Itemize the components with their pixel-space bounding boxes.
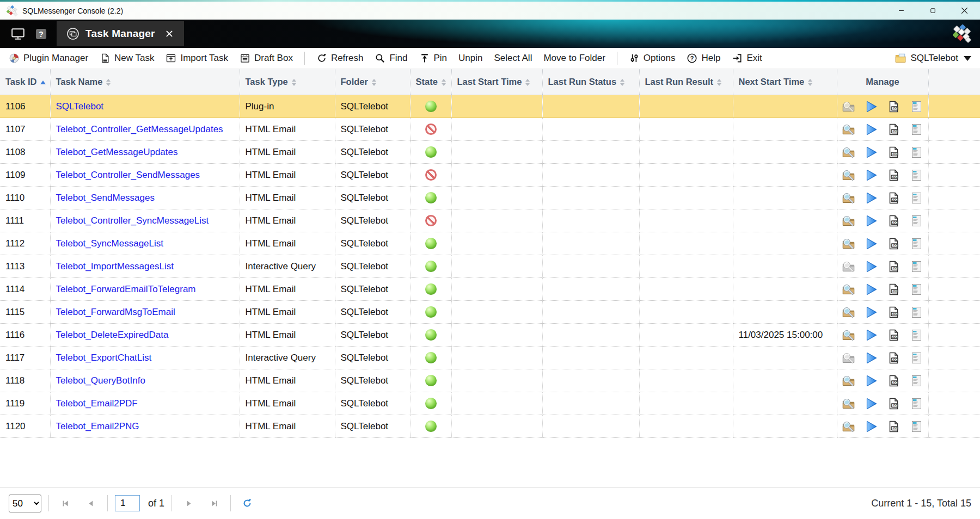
- close-button[interactable]: [948, 2, 980, 20]
- log-file-icon[interactable]: [886, 100, 901, 113]
- view-messages-icon[interactable]: [841, 260, 856, 273]
- task-name-link[interactable]: Telebot_Email2PDF: [56, 398, 138, 409]
- log-file-icon[interactable]: [886, 329, 901, 342]
- view-messages-icon[interactable]: [841, 283, 856, 296]
- report-icon[interactable]: [909, 214, 924, 227]
- view-messages-icon[interactable]: [841, 397, 856, 410]
- first-page-button[interactable]: [56, 495, 75, 511]
- task-name-link[interactable]: Telebot_Email2PNG: [56, 421, 139, 431]
- column-header-last-run-result[interactable]: Last Run Result: [639, 69, 733, 95]
- next-page-button[interactable]: [179, 495, 198, 511]
- select-all-button[interactable]: Select All: [494, 53, 532, 64]
- console-monitor-button[interactable]: [7, 23, 29, 45]
- tab-task-manager[interactable]: Task Manager: [57, 21, 184, 46]
- log-file-icon[interactable]: [886, 397, 901, 410]
- task-name-link[interactable]: Telebot_GetMessageUpdates: [56, 147, 178, 157]
- move-to-folder-button[interactable]: Move to Folder: [543, 53, 605, 64]
- log-file-icon[interactable]: [886, 351, 901, 364]
- find-button[interactable]: Find: [375, 53, 407, 64]
- log-file-icon[interactable]: [886, 214, 901, 227]
- console-help-button[interactable]: [29, 23, 52, 45]
- run-task-icon[interactable]: [864, 123, 879, 136]
- run-task-icon[interactable]: [864, 214, 879, 227]
- page-size-select[interactable]: 50: [9, 495, 41, 512]
- log-file-icon[interactable]: [886, 123, 901, 136]
- task-name-link[interactable]: Telebot_ForwardMsgToEmail: [56, 307, 175, 317]
- report-icon[interactable]: [909, 351, 924, 364]
- report-icon[interactable]: [909, 260, 924, 273]
- log-file-icon[interactable]: [886, 146, 901, 159]
- folder-selector[interactable]: SQLTelebot: [895, 52, 971, 64]
- log-file-icon[interactable]: [886, 169, 901, 182]
- report-icon[interactable]: [909, 397, 924, 410]
- column-header-next-start-time[interactable]: Next Start Time: [733, 69, 837, 95]
- report-icon[interactable]: [909, 283, 924, 296]
- log-file-icon[interactable]: [886, 237, 901, 250]
- minimize-button[interactable]: [885, 2, 917, 20]
- run-task-icon[interactable]: [864, 397, 879, 410]
- task-name-link[interactable]: Telebot_QueryBotInfo: [56, 375, 145, 386]
- options-button[interactable]: Options: [629, 53, 676, 64]
- draft-box-button[interactable]: Draft Box: [240, 53, 293, 64]
- column-header-state[interactable]: State: [410, 69, 451, 95]
- column-header-last-run-status[interactable]: Last Run Status: [542, 69, 639, 95]
- task-name-link[interactable]: Telebot_ImportMessagesList: [56, 261, 174, 271]
- task-name-link[interactable]: Telebot_ForwardEmailToTelegram: [56, 284, 196, 294]
- report-icon[interactable]: [909, 420, 924, 433]
- view-messages-icon[interactable]: [841, 237, 856, 250]
- exit-button[interactable]: Exit: [732, 53, 762, 64]
- tab-close-button[interactable]: [164, 29, 174, 39]
- log-file-icon[interactable]: [886, 260, 901, 273]
- task-name-link[interactable]: Telebot_Controller_GetMessageUpdates: [56, 124, 223, 134]
- view-messages-icon[interactable]: [841, 214, 856, 227]
- maximize-button[interactable]: [917, 2, 948, 20]
- view-messages-icon[interactable]: [841, 191, 856, 205]
- report-icon[interactable]: [909, 146, 924, 159]
- report-icon[interactable]: [909, 374, 924, 387]
- unpin-button[interactable]: Unpin: [458, 53, 482, 64]
- report-icon[interactable]: [909, 237, 924, 250]
- view-messages-icon[interactable]: [841, 420, 856, 433]
- import-task-button[interactable]: Import Task: [166, 53, 228, 64]
- view-messages-icon[interactable]: [841, 123, 856, 136]
- log-file-icon[interactable]: [886, 374, 901, 387]
- task-name-link[interactable]: Telebot_SendMessages: [56, 193, 155, 203]
- run-task-icon[interactable]: [864, 329, 879, 342]
- task-name-link[interactable]: SQLTelebot: [56, 101, 104, 112]
- task-name-link[interactable]: Telebot_Controller_SyncMessageList: [56, 215, 209, 226]
- column-header-last-start-time[interactable]: Last Start Time: [451, 69, 542, 95]
- run-task-icon[interactable]: [864, 100, 879, 113]
- task-name-link[interactable]: Telebot_ExportChatList: [56, 353, 152, 363]
- view-messages-icon[interactable]: [841, 146, 856, 159]
- view-messages-icon[interactable]: [841, 351, 856, 364]
- run-task-icon[interactable]: [864, 191, 879, 205]
- column-header-task-id[interactable]: Task ID: [0, 69, 50, 95]
- run-task-icon[interactable]: [864, 283, 879, 296]
- column-header-task-name[interactable]: Task Name: [50, 69, 240, 95]
- report-icon[interactable]: [909, 329, 924, 342]
- log-file-icon[interactable]: [886, 420, 901, 433]
- page-number-input[interactable]: [115, 495, 140, 511]
- run-task-icon[interactable]: [864, 146, 879, 159]
- task-name-link[interactable]: Telebot_SyncMessageList: [56, 238, 164, 249]
- log-file-icon[interactable]: [886, 283, 901, 296]
- pin-button[interactable]: Pin: [419, 53, 448, 64]
- new-task-button[interactable]: New Task: [100, 53, 154, 64]
- reload-list-button[interactable]: [238, 495, 256, 511]
- task-name-link[interactable]: Telebot_Controller_SendMessages: [56, 170, 200, 180]
- run-task-icon[interactable]: [864, 351, 879, 364]
- view-messages-icon[interactable]: [841, 374, 856, 387]
- run-task-icon[interactable]: [864, 420, 879, 433]
- report-icon[interactable]: [909, 100, 924, 113]
- task-name-link[interactable]: Telebot_DeleteExpiredData: [56, 330, 169, 340]
- report-icon[interactable]: [909, 306, 924, 319]
- run-task-icon[interactable]: [864, 169, 879, 182]
- report-icon[interactable]: [909, 191, 924, 205]
- column-header-folder[interactable]: Folder: [335, 69, 410, 95]
- view-messages-icon[interactable]: [841, 306, 856, 319]
- refresh-button[interactable]: Refresh: [316, 53, 364, 64]
- view-messages-icon[interactable]: [841, 169, 856, 182]
- previous-page-button[interactable]: [82, 495, 100, 511]
- view-messages-icon[interactable]: [841, 100, 856, 113]
- view-messages-icon[interactable]: [841, 329, 856, 342]
